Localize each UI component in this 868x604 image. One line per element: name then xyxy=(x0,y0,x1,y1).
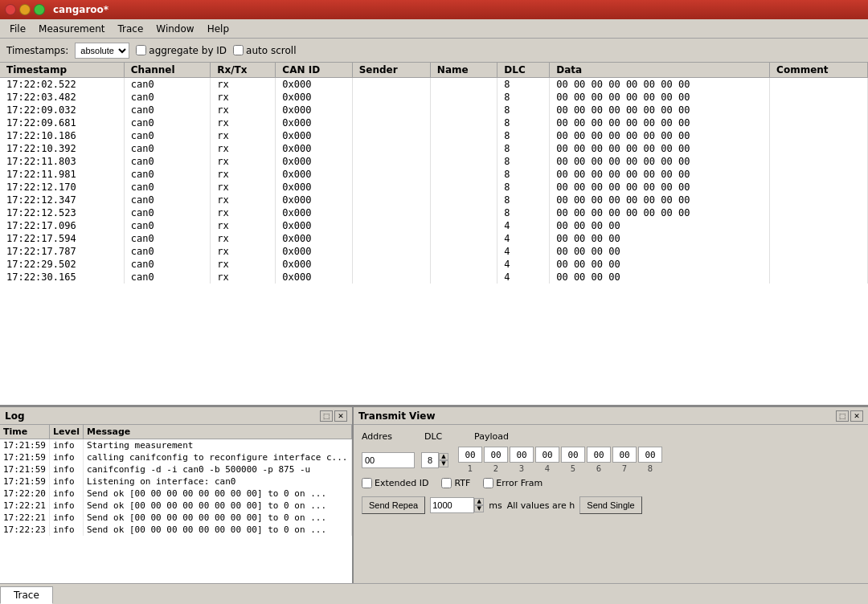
table-row[interactable]: 17:22:09.681 can0 rx 0x000 8 00 00 00 00… xyxy=(0,116,868,129)
dlc-up-button[interactable]: ▲ xyxy=(439,453,448,460)
cell-dlc: 4 xyxy=(497,271,550,284)
table-row[interactable]: 17:22:09.032 can0 rx 0x000 8 00 00 00 00… xyxy=(0,104,868,116)
autoscroll-checkbox-label[interactable]: auto scroll xyxy=(233,45,296,56)
rtf-text: RTF xyxy=(454,478,470,488)
log-row[interactable]: 17:21:59 info calling canifconfig to rec… xyxy=(0,451,352,463)
aggregate-checkbox-label[interactable]: aggregate by ID xyxy=(136,45,227,56)
table-row[interactable]: 17:22:12.347 can0 rx 0x000 8 00 00 00 00… xyxy=(0,194,868,206)
table-row[interactable]: 17:22:10.392 can0 rx 0x000 8 00 00 00 00… xyxy=(0,142,868,155)
table-row[interactable]: 17:22:17.096 can0 rx 0x000 4 00 00 00 00 xyxy=(0,219,868,232)
transmit-bottom-row: Send Repea ▲ ▼ ms All values are h Send … xyxy=(362,496,860,514)
cell-name xyxy=(430,104,497,116)
rtf-checkbox[interactable] xyxy=(441,478,452,488)
extended-id-label[interactable]: Extended ID xyxy=(362,478,428,488)
dlc-down-button[interactable]: ▼ xyxy=(439,460,448,467)
repeat-spinner[interactable]: ▲ ▼ xyxy=(430,497,484,513)
close-button[interactable] xyxy=(5,4,16,15)
log-row[interactable]: 17:22:21 info Send ok [00 00 00 00 00 00… xyxy=(0,500,352,512)
transmit-header-buttons[interactable]: ⬚ ✕ xyxy=(836,410,863,422)
transmit-float-button[interactable]: ⬚ xyxy=(836,410,849,422)
dlc-spin-buttons[interactable]: ▲ ▼ xyxy=(439,453,448,467)
menu-file[interactable]: File xyxy=(3,22,32,36)
send-single-button[interactable]: Send Single xyxy=(579,496,641,514)
cell-canid: 0x000 xyxy=(276,155,352,168)
cell-rxtx: rx xyxy=(211,91,276,104)
error-frame-checkbox[interactable] xyxy=(483,478,493,488)
cell-sender xyxy=(352,168,430,181)
log-row[interactable]: 17:22:21 info Send ok [00 00 00 00 00 00… xyxy=(0,512,352,524)
payload-7[interactable] xyxy=(612,447,637,463)
cell-comment xyxy=(770,168,868,181)
repeat-up-button[interactable]: ▲ xyxy=(474,498,484,505)
log-header-buttons[interactable]: ⬚ ✕ xyxy=(320,410,347,422)
payload-5[interactable] xyxy=(561,447,585,463)
transmit-close-button[interactable]: ✕ xyxy=(850,410,863,422)
log-table-container[interactable]: Time Level Message 17:21:59 info Startin… xyxy=(0,425,352,583)
log-row[interactable]: 17:21:59 info Listening on interface: ca… xyxy=(0,475,352,488)
aggregate-checkbox[interactable] xyxy=(136,45,146,55)
cell-data: 00 00 00 00 00 00 00 00 xyxy=(550,168,770,181)
ms-label: ms xyxy=(489,500,502,511)
cell-name xyxy=(430,245,497,258)
cell-data: 00 00 00 00 00 00 00 00 xyxy=(550,206,770,219)
payload-6[interactable] xyxy=(587,447,611,463)
payload-4[interactable] xyxy=(535,447,559,463)
extended-id-checkbox[interactable] xyxy=(362,478,372,488)
table-row[interactable]: 17:22:10.186 can0 rx 0x000 8 00 00 00 00… xyxy=(0,129,868,142)
log-row[interactable]: 17:21:59 info Starting measurement xyxy=(0,439,352,452)
table-row[interactable]: 17:22:12.523 can0 rx 0x000 8 00 00 00 00… xyxy=(0,206,868,219)
minimize-button[interactable] xyxy=(19,4,31,15)
dlc-input[interactable] xyxy=(421,452,439,468)
table-row[interactable]: 17:22:17.787 can0 rx 0x000 4 00 00 00 00 xyxy=(0,245,868,258)
repeat-down-button[interactable]: ▼ xyxy=(474,505,484,512)
log-cell-message: canifconfig -d -i can0 -b 500000 -p 875 … xyxy=(83,463,351,475)
payload-num-7: 7 xyxy=(612,464,637,473)
cell-canid: 0x000 xyxy=(276,194,352,206)
send-repeat-button[interactable]: Send Repea xyxy=(362,496,425,514)
rtf-label[interactable]: RTF xyxy=(441,478,470,488)
log-row[interactable]: 17:22:23 info Send ok [00 00 00 00 00 00… xyxy=(0,524,352,536)
address-input[interactable] xyxy=(362,452,415,468)
menu-help[interactable]: Help xyxy=(201,22,235,36)
table-row[interactable]: 17:22:12.170 can0 rx 0x000 8 00 00 00 00… xyxy=(0,181,868,194)
payload-2[interactable] xyxy=(484,447,508,463)
autoscroll-checkbox[interactable] xyxy=(233,45,244,55)
log-cell-message: Send ok [00 00 00 00 00 00 00 00] to 0 o… xyxy=(83,488,351,500)
repeat-input[interactable] xyxy=(430,497,474,513)
log-cell-level: info xyxy=(50,524,84,536)
cell-timestamp: 17:22:17.594 xyxy=(0,232,124,245)
maximize-button[interactable] xyxy=(34,4,45,15)
trace-scroll[interactable]: Timestamp Channel Rx/Tx CAN ID Sender Na… xyxy=(0,63,868,405)
log-cell-message: Send ok [00 00 00 00 00 00 00 00] to 0 o… xyxy=(83,500,351,512)
menu-measurement[interactable]: Measurement xyxy=(32,22,111,36)
table-row[interactable]: 17:22:11.803 can0 rx 0x000 8 00 00 00 00… xyxy=(0,155,868,168)
table-row[interactable]: 17:22:03.482 can0 rx 0x000 8 00 00 00 00… xyxy=(0,91,868,104)
cell-rxtx: rx xyxy=(211,219,276,232)
table-row[interactable]: 17:22:29.502 can0 rx 0x000 4 00 00 00 00 xyxy=(0,258,868,271)
payload-8[interactable] xyxy=(638,447,662,463)
table-row[interactable]: 17:22:11.981 can0 rx 0x000 8 00 00 00 00… xyxy=(0,168,868,181)
payload-3[interactable] xyxy=(510,447,534,463)
log-row[interactable]: 17:21:59 info canifconfig -d -i can0 -b … xyxy=(0,463,352,475)
log-close-button[interactable]: ✕ xyxy=(334,410,347,422)
trace-panel: Timestamp Channel Rx/Tx CAN ID Sender Na… xyxy=(0,63,868,406)
repeat-spin-buttons[interactable]: ▲ ▼ xyxy=(474,498,484,512)
payload-1[interactable] xyxy=(458,447,482,463)
table-row[interactable]: 17:22:17.594 can0 rx 0x000 4 00 00 00 00 xyxy=(0,232,868,245)
timestamps-select[interactable]: absolute relative delta xyxy=(75,43,129,59)
log-row[interactable]: 17:22:20 info Send ok [00 00 00 00 00 00… xyxy=(0,488,352,500)
tab-trace[interactable]: Trace xyxy=(0,586,53,604)
cell-timestamp: 17:22:12.347 xyxy=(0,194,124,206)
table-row[interactable]: 17:22:02.522 can0 rx 0x000 8 00 00 00 00… xyxy=(0,78,868,92)
menu-trace[interactable]: Trace xyxy=(111,22,149,36)
log-float-button[interactable]: ⬚ xyxy=(320,410,333,422)
window-controls[interactable] xyxy=(5,4,45,15)
cell-rxtx: rx xyxy=(211,78,276,92)
menu-window[interactable]: Window xyxy=(149,22,200,36)
cell-canid: 0x000 xyxy=(276,78,352,92)
cell-sender xyxy=(352,258,430,271)
error-frame-label[interactable]: Error Fram xyxy=(483,478,542,488)
table-row[interactable]: 17:22:30.165 can0 rx 0x000 4 00 00 00 00 xyxy=(0,271,868,284)
menubar: File Measurement Trace Window Help xyxy=(0,19,868,39)
dlc-spinner[interactable]: ▲ ▼ xyxy=(421,452,448,468)
